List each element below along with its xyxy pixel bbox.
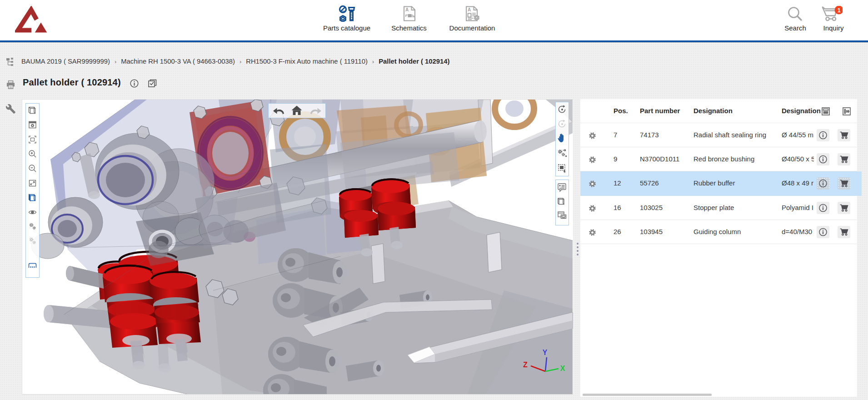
svg-text:X: X — [560, 365, 565, 372]
svg-text:1: 1 — [837, 7, 840, 14]
svg-text:Y: Y — [543, 349, 548, 356]
svg-text:A: A — [405, 7, 409, 12]
svg-text:A: A — [468, 7, 471, 12]
svg-text:Z: Z — [523, 361, 528, 369]
